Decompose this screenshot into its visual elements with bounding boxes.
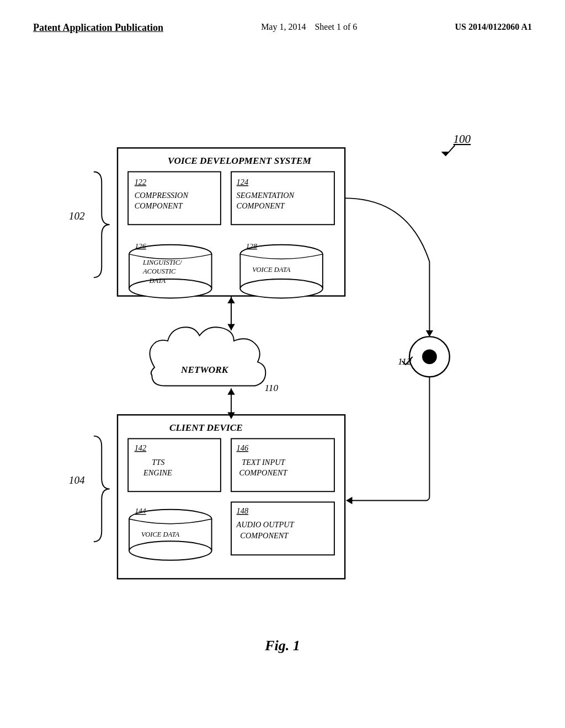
- comp142-label1: TTS: [152, 458, 164, 467]
- comp146-label2: COMPONENT: [239, 468, 287, 477]
- svg-marker-10: [227, 297, 234, 304]
- patent-number: US 2014/0122060 A1: [455, 22, 532, 32]
- comp126-label1: LINGUISTIC/: [142, 259, 183, 266]
- comp142-label2: ENGINE: [143, 468, 172, 477]
- comp148-label2: COMPONENT: [240, 531, 289, 540]
- svg-marker-11: [227, 412, 234, 419]
- arrow-node-to-client: [348, 377, 430, 500]
- comp142-num: 142: [135, 443, 147, 452]
- ref104-label: 104: [69, 474, 85, 486]
- svg-marker-12: [227, 388, 234, 395]
- comp146-num: 146: [237, 443, 249, 452]
- fig-caption: Fig. 1: [265, 638, 300, 654]
- comp146-label1: TEXT INPUT: [242, 458, 285, 467]
- comp126-label2: ACOUSTIC: [142, 267, 176, 275]
- network-cloud: NETWORK: [150, 327, 265, 386]
- page-header: Patent Application Publication May 1, 20…: [0, 0, 565, 45]
- svg-marker-1: [441, 152, 450, 156]
- comp124-label1: SEGMENTATION: [237, 191, 295, 200]
- diagram-area: 100 102 VOICE DEVELOPMENT SYSTEM 122 COM…: [0, 50, 565, 684]
- ref112-label: 112: [398, 356, 412, 367]
- comp122-label1: COMPRESSION: [135, 191, 189, 200]
- publication-label: Patent Application Publication: [33, 22, 163, 34]
- ref100-label: 100: [454, 132, 471, 146]
- svg-marker-18: [346, 497, 353, 504]
- comp148-num: 148: [237, 506, 249, 515]
- comp144-num: 144: [135, 507, 146, 515]
- comp128-label: VOICE DATA: [252, 266, 290, 274]
- comp122-num: 122: [135, 178, 147, 186]
- comp128-num: 128: [246, 242, 257, 250]
- date-sheet: May 1, 2014 Sheet 1 of 6: [261, 22, 357, 32]
- ref110-label: 110: [264, 383, 278, 393]
- network-label: NETWORK: [180, 365, 229, 375]
- client-dev-title: CLIENT DEVICE: [169, 422, 243, 433]
- node112-inner: [422, 349, 437, 364]
- comp126-cylinder-bottom: [129, 279, 212, 298]
- comp144-cylinder-bottom: [129, 541, 212, 560]
- comp128-cylinder-bottom: [240, 279, 322, 298]
- voice-dev-title: VOICE DEVELOPMENT SYSTEM: [168, 156, 311, 166]
- comp122-label2: COMPONENT: [135, 202, 183, 211]
- comp124-label2: COMPONENT: [237, 202, 285, 211]
- arrow-vds-to-node: [345, 198, 429, 335]
- comp144-label: VOICE DATA: [141, 531, 179, 538]
- comp126-label3: DATA: [149, 277, 166, 285]
- svg-marker-17: [426, 330, 433, 337]
- comp126-num: 126: [135, 242, 146, 250]
- comp124-num: 124: [237, 178, 249, 186]
- comp148-label1: AUDIO OUTPUT: [236, 520, 295, 529]
- ref102-label: 102: [69, 210, 85, 222]
